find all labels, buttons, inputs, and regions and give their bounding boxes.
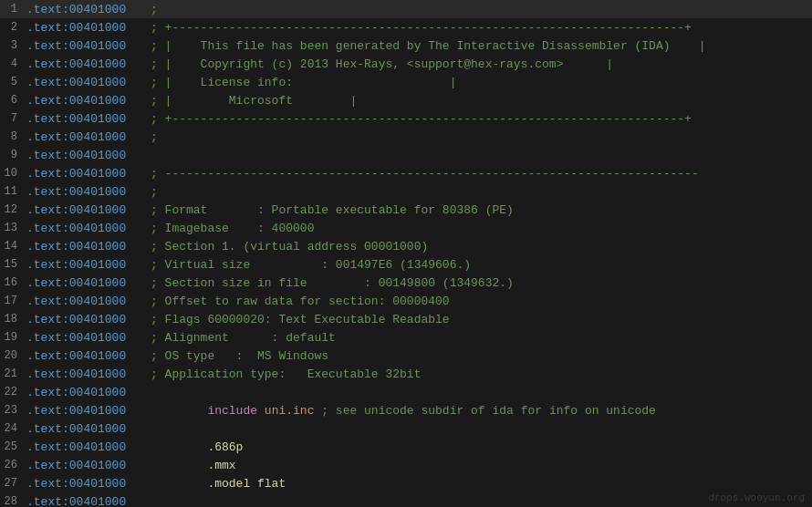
line-number: 25 (0, 440, 23, 453)
line-number: 18 (0, 313, 23, 326)
address: .text:00401000 (23, 422, 141, 436)
address: .text:00401000 (23, 203, 141, 217)
line-number: 12 (0, 203, 23, 216)
address: .text:00401000 (23, 149, 141, 162)
code-line: 6.text:00401000; | Microsoft | (0, 91, 812, 109)
line-number: 16 (0, 276, 23, 289)
address: .text:00401000 (23, 295, 141, 308)
code-line: 2.text:00401000; +----------------------… (0, 18, 812, 36)
address: .text:00401000 (23, 258, 141, 272)
line-number: 11 (0, 185, 23, 198)
line-number: 22 (0, 386, 23, 398)
line-number: 4 (0, 57, 23, 70)
address: .text:00401000 (23, 167, 141, 181)
code-line: 19.text:00401000; Alignment : default (0, 328, 812, 347)
code-container: 1.text:00401000;2.text:00401000; +------… (0, 0, 812, 507)
address: .text:00401000 (23, 367, 141, 381)
line-content: ; Offset to raw data for section: 000004… (141, 295, 812, 308)
code-line: 20.text:00401000; OS type : MS Windows (0, 347, 812, 365)
address: .text:00401000 (23, 331, 141, 345)
line-number: 13 (0, 222, 23, 234)
code-line: 3.text:00401000; | This file has been ge… (0, 36, 812, 55)
line-content: ; Section 1. (virtual address 00001000) (141, 240, 812, 254)
code-line: 9.text:00401000 (0, 146, 812, 164)
address: .text:00401000 (23, 276, 141, 290)
line-number: 6 (0, 94, 23, 107)
code-line: 10.text:00401000; ----------------------… (0, 164, 812, 182)
line-number: 3 (0, 39, 23, 52)
line-number: 24 (0, 422, 23, 435)
code-line: 23.text:00401000 include uni.inc ; see u… (0, 401, 812, 419)
line-content: ; | Copyright (c) 2013 Hex-Rays, <suppor… (141, 57, 812, 71)
code-line: 15.text:00401000; Virtual size : 001497E… (0, 255, 812, 274)
line-number: 5 (0, 76, 23, 88)
address: .text:00401000 (23, 240, 141, 254)
line-content: ; Imagebase : 400000 (141, 222, 812, 235)
line-number: 27 (0, 477, 23, 490)
line-number: 28 (0, 495, 23, 507)
line-content: ; Alignment : default (141, 331, 812, 345)
line-content: .model flat (141, 477, 812, 491)
line-content: ; +-------------------------------------… (141, 21, 812, 35)
code-line: 21.text:00401000; Application type: Exec… (0, 365, 812, 383)
code-line: 8.text:00401000; (0, 128, 812, 146)
address: .text:00401000 (23, 39, 141, 53)
code-line: 24.text:00401000 (0, 419, 812, 438)
address: .text:00401000 (23, 313, 141, 326)
code-line: 11.text:00401000; (0, 182, 812, 201)
code-line: 13.text:00401000; Imagebase : 400000 (0, 219, 812, 237)
line-number: 26 (0, 459, 23, 471)
code-line: 4.text:00401000; | Copyright (c) 2013 He… (0, 55, 812, 73)
address: .text:00401000 (23, 440, 141, 454)
line-number: 15 (0, 258, 23, 271)
line-content: .mmx (141, 459, 812, 472)
line-content: ; | License info: | (141, 76, 812, 89)
line-number: 9 (0, 149, 23, 161)
watermark: drops.wooyun.org (708, 492, 805, 503)
address: .text:00401000 (23, 222, 141, 235)
line-number: 21 (0, 367, 23, 380)
line-number: 2 (0, 21, 23, 34)
code-line: 1.text:00401000; (0, 0, 812, 18)
line-number: 20 (0, 349, 23, 362)
line-content: ; Flags 60000020: Text Executable Readab… (141, 313, 812, 326)
line-content: ; OS type : MS Windows (141, 349, 812, 363)
code-line: 5.text:00401000; | License info: | (0, 73, 812, 91)
address: .text:00401000 (23, 76, 141, 89)
line-number: 19 (0, 331, 23, 344)
line-content: include uni.inc ; see unicode subdir of … (141, 404, 812, 418)
line-number: 23 (0, 404, 23, 417)
code-line: 7.text:00401000; +----------------------… (0, 109, 812, 128)
line-number: 10 (0, 167, 23, 180)
line-content: ; (141, 3, 812, 16)
line-number: 1 (0, 3, 23, 16)
address: .text:00401000 (23, 459, 141, 472)
code-line: 27.text:00401000 .model flat (0, 474, 812, 492)
line-content: ; | Microsoft | (141, 94, 812, 108)
line-content: ; +-------------------------------------… (141, 112, 812, 126)
code-line: 17.text:00401000; Offset to raw data for… (0, 292, 812, 310)
code-line: 12.text:00401000; Format : Portable exec… (0, 201, 812, 219)
line-content: ; Format : Portable executable for 80386… (141, 203, 812, 217)
code-line: 25.text:00401000 .686p (0, 438, 812, 456)
address: .text:00401000 (23, 495, 141, 508)
code-line: 16.text:00401000; Section size in file :… (0, 274, 812, 292)
line-number: 8 (0, 130, 23, 143)
address: .text:00401000 (23, 57, 141, 71)
address: .text:00401000 (23, 94, 141, 108)
address: .text:00401000 (23, 386, 141, 399)
line-content: ; (141, 185, 812, 199)
line-content: ; | This file has been generated by The … (141, 39, 812, 53)
address: .text:00401000 (23, 112, 141, 126)
line-content: ; (141, 130, 812, 144)
code-line: 28.text:00401000 (0, 492, 812, 507)
code-line: 18.text:00401000; Flags 60000020: Text E… (0, 310, 812, 328)
line-content: ; Section size in file : 00149800 (13496… (141, 276, 812, 290)
line-number: 7 (0, 112, 23, 125)
line-content: .686p (141, 440, 812, 454)
code-line: 14.text:00401000; Section 1. (virtual ad… (0, 237, 812, 255)
line-content: ; Virtual size : 001497E6 (1349606.) (141, 258, 812, 272)
address: .text:00401000 (23, 349, 141, 363)
address: .text:00401000 (23, 477, 141, 491)
address: .text:00401000 (23, 21, 141, 35)
